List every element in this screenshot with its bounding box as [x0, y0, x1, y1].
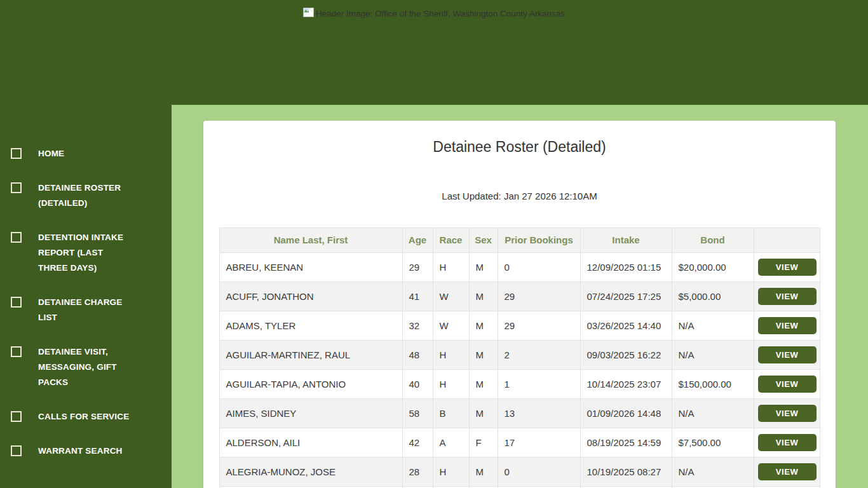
view-button[interactable]: VIEW — [758, 434, 817, 451]
cell-prior-bookings: 17 — [498, 428, 580, 458]
column-header-bond: Bond — [672, 228, 754, 253]
cell-name: ABREU, KEENAN — [219, 253, 402, 282]
sidebar-item[interactable]: HOME — [0, 146, 172, 161]
table-row: AGUILAR-MARTINEZ, RAUL 48 H M 2 09/03/20… — [219, 341, 820, 370]
cell-actions: VIEW — [754, 458, 820, 487]
view-button[interactable]: VIEW — [758, 259, 817, 276]
cell-sex: M — [469, 282, 498, 311]
cell-age: 32 — [402, 311, 433, 341]
cell-race: H — [433, 341, 469, 370]
cell-sex: F — [469, 428, 498, 458]
cell-sex: M — [469, 311, 498, 341]
broken-image-icon — [11, 182, 22, 193]
column-header-race: Race — [433, 228, 469, 253]
cell-bond: N/A — [672, 458, 754, 487]
cell-age: 42 — [402, 428, 433, 458]
page-title: Detainee Roster (Detailed) — [203, 139, 836, 156]
sidebar-item[interactable]: CALLS FOR SERVICE — [0, 409, 172, 424]
view-button[interactable]: VIEW — [758, 376, 817, 393]
cell-name: ACUFF, JONATHON — [219, 282, 402, 311]
sidebar-item[interactable]: DETAINEE CHARGE LIST — [0, 295, 172, 325]
cell-bond: N/A — [672, 341, 754, 370]
view-button[interactable]: VIEW — [758, 288, 817, 305]
cell-bond: N/A — [672, 311, 754, 341]
sidebar-item-label: HOME — [38, 146, 133, 161]
sidebar-item[interactable]: DETAINEE ROSTER (DETAILED) — [0, 180, 172, 211]
sidebar-item-label: DETAINEE ROSTER (DETAILED) — [38, 180, 133, 211]
column-header-intake: Intake — [580, 228, 672, 253]
cell-age: 29 — [402, 253, 433, 282]
sidebar-item-label: CALLS FOR SERVICE — [38, 409, 133, 424]
cell-intake: 12/09/2025 01:15 — [580, 253, 672, 282]
cell-prior-bookings: 2 — [498, 341, 580, 370]
cell-name: ALEGRIA-MUNOZ, JOSE — [219, 458, 402, 487]
cell-age: 48 — [402, 341, 433, 370]
column-header-actions — [754, 228, 820, 253]
sidebar-menu: HOME DETAINEE ROSTER (DETAILED) DETENTIO… — [0, 146, 172, 478]
sidebar-item-label: DETAINEE VISIT, MESSAGING, GIFT PACKS — [38, 344, 133, 390]
cell-actions: VIEW — [754, 311, 820, 341]
cell-actions: VIEW — [754, 253, 820, 282]
cell-intake: 03/26/2025 14:40 — [580, 311, 672, 341]
cell-race: H — [433, 370, 469, 399]
cell-intake: 08/19/2025 14:59 — [580, 428, 672, 458]
cell-intake: 10/19/2025 08:27 — [580, 458, 672, 487]
sidebar-item[interactable]: WARRANT SEARCH — [0, 444, 172, 459]
table-row: ADAMS, TYLER 32 W M 29 03/26/2025 14:40 … — [219, 311, 820, 341]
broken-image-icon — [11, 297, 22, 308]
table-row: ALDERSON, AILI 42 A F 17 08/19/2025 14:5… — [219, 428, 820, 458]
cell-race: W — [433, 311, 469, 341]
cell-bond: $7,500.00 — [672, 428, 754, 458]
column-header-sex: Sex — [469, 228, 498, 253]
view-button[interactable]: VIEW — [758, 463, 817, 480]
broken-image-icon — [303, 8, 314, 19]
header-image-alt-text: Header Image: Office of the Sheriff, Was… — [316, 9, 565, 18]
cell-age: 40 — [402, 370, 433, 399]
sidebar-item-label: WARRANT SEARCH — [38, 444, 133, 459]
column-header-age: Age — [402, 228, 433, 253]
cell-intake: 10/14/2025 23:07 — [580, 370, 672, 399]
table-header-row: Name Last, FirstAgeRaceSexPrior Bookings… — [219, 228, 820, 253]
broken-image-icon — [11, 346, 22, 357]
view-button[interactable]: VIEW — [758, 405, 817, 422]
broken-image-icon — [11, 148, 22, 159]
cell-intake: 07/24/2025 17:25 — [580, 282, 672, 311]
cell-race: W — [433, 282, 469, 311]
cell-race: H — [433, 458, 469, 487]
sidebar-item[interactable]: DETENTION INTAKE REPORT (LAST THREE DAYS… — [0, 230, 172, 276]
column-header-name: Name Last, First — [219, 228, 402, 253]
table-body: ABREU, KEENAN 29 H M 0 12/09/2025 01:15 … — [219, 253, 820, 488]
cell-bond: $150,000.00 — [672, 370, 754, 399]
broken-image-icon — [11, 232, 22, 243]
cell-name: AGUILAR-TAPIA, ANTONIO — [219, 370, 402, 399]
sidebar-item[interactable]: DETAINEE VISIT, MESSAGING, GIFT PACKS — [0, 344, 172, 390]
cell-prior-bookings: 0 — [498, 253, 580, 282]
cell-age: 28 — [402, 458, 433, 487]
cell-prior-bookings: 13 — [498, 399, 580, 428]
broken-image-icon — [11, 445, 22, 456]
column-header-prior_bookings: Prior Bookings — [498, 228, 580, 253]
cell-sex: M — [469, 458, 498, 487]
table-row: ALEGRIA-MUNOZ, JOSE 28 H M 0 10/19/2025 … — [219, 458, 820, 487]
cell-intake: 01/09/2026 14:48 — [580, 399, 672, 428]
cell-prior-bookings: 1 — [498, 370, 580, 399]
cell-prior-bookings: 0 — [498, 458, 580, 487]
view-button[interactable]: VIEW — [758, 317, 817, 334]
cell-actions: VIEW — [754, 341, 820, 370]
table-row: AGUILAR-TAPIA, ANTONIO 40 H M 1 10/14/20… — [219, 370, 820, 399]
cell-bond: N/A — [672, 399, 754, 428]
view-button[interactable]: VIEW — [758, 346, 817, 363]
cell-sex: M — [469, 370, 498, 399]
cell-sex: M — [469, 399, 498, 428]
cell-actions: VIEW — [754, 370, 820, 399]
sidebar-item-label: DETENTION INTAKE REPORT (LAST THREE DAYS… — [38, 230, 133, 276]
cell-race: H — [433, 253, 469, 282]
cell-sex: M — [469, 341, 498, 370]
cell-prior-bookings: 29 — [498, 282, 580, 311]
cell-name: AIMES, SIDNEY — [219, 399, 402, 428]
cell-actions: VIEW — [754, 282, 820, 311]
cell-race: B — [433, 399, 469, 428]
table-row: ACUFF, JONATHON 41 W M 29 07/24/2025 17:… — [219, 282, 820, 311]
cell-actions: VIEW — [754, 428, 820, 458]
cell-age: 58 — [402, 399, 433, 428]
